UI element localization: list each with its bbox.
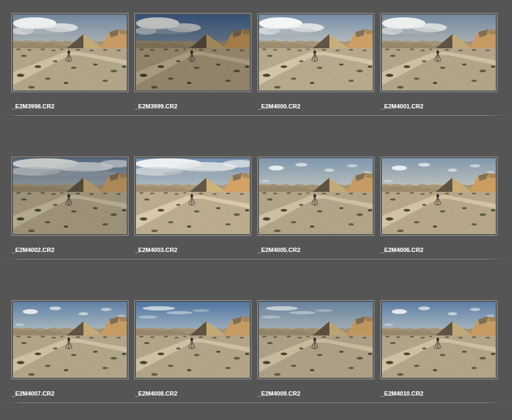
thumbnail-photo xyxy=(13,302,127,378)
landscape-scene xyxy=(13,15,127,91)
thumbnail-frame[interactable] xyxy=(11,157,128,236)
thumbnail-frame[interactable] xyxy=(257,13,374,92)
thumbnail-frame[interactable] xyxy=(380,13,497,92)
thumbnail-frame[interactable] xyxy=(257,157,374,236)
filename-label[interactable]: _E2M4005.CR2 xyxy=(258,247,374,254)
thumbnail-photo xyxy=(259,15,373,91)
landscape-scene xyxy=(259,15,373,91)
photo-thumbnail[interactable]: _E2M4005.CR2 xyxy=(257,157,374,254)
pyramid-hill xyxy=(435,321,473,336)
pyramid-hill xyxy=(435,34,473,49)
filename-label[interactable]: _E2M4006.CR2 xyxy=(381,247,497,254)
landscape-scene xyxy=(382,158,496,234)
pyramid-hill xyxy=(189,178,227,192)
pyramid-hill xyxy=(66,321,104,336)
pyramid-hill xyxy=(312,178,350,192)
photo-thumbnail[interactable]: _E2M4008.CR2 xyxy=(134,300,251,397)
pyramid-hill xyxy=(189,321,227,336)
pyramid-hill xyxy=(312,321,350,336)
photo-thumbnail[interactable]: _E2M4006.CR2 xyxy=(380,157,497,254)
landscape-scene xyxy=(382,302,496,378)
thumbnail-grid: _E2M3998.CR2 xyxy=(0,0,512,403)
photo-thumbnail[interactable]: _E2M3998.CR2 xyxy=(11,13,128,110)
pyramid-hill xyxy=(435,178,473,192)
thumbnail-photo xyxy=(259,302,373,378)
photo-thumbnail[interactable]: _E2M4000.CR2 xyxy=(257,13,374,110)
thumbnail-photo xyxy=(382,302,496,378)
filename-label[interactable]: _E2M4007.CR2 xyxy=(12,390,128,397)
pyramid-hill xyxy=(189,34,227,49)
thumbnail-row-cards: _E2M4002.CR2 xyxy=(11,157,512,254)
landscape-scene xyxy=(259,158,373,234)
landscape-scene xyxy=(13,302,127,378)
row-divider xyxy=(7,115,505,116)
thumbnail-frame[interactable] xyxy=(134,157,251,236)
filename-label[interactable]: _E2M4003.CR2 xyxy=(135,247,251,254)
row-divider xyxy=(7,259,505,260)
thumbnail-photo xyxy=(136,302,250,378)
landscape-scene xyxy=(259,302,373,378)
thumbnail-photo xyxy=(13,158,127,234)
thumbnail-photo xyxy=(136,15,250,91)
filename-label[interactable]: _E2M4002.CR2 xyxy=(12,247,128,254)
photo-thumbnail[interactable]: _E2M4002.CR2 xyxy=(11,157,128,254)
filename-label[interactable]: _E2M3999.CR2 xyxy=(135,103,251,110)
photo-thumbnail[interactable]: _E2M4001.CR2 xyxy=(380,13,497,110)
thumbnail-photo xyxy=(382,158,496,234)
thumbnail-frame[interactable] xyxy=(134,300,251,379)
thumbnail-photo xyxy=(259,158,373,234)
thumbnail-photo xyxy=(382,15,496,91)
pyramid-hill xyxy=(312,34,350,49)
thumbnail-frame[interactable] xyxy=(11,13,128,92)
filename-label[interactable]: _E2M4001.CR2 xyxy=(381,103,497,110)
thumbnail-frame[interactable] xyxy=(11,300,128,379)
photo-thumbnail[interactable]: _E2M4003.CR2 xyxy=(134,157,251,254)
filename-label[interactable]: _E2M3998.CR2 xyxy=(12,103,128,110)
thumbnail-row-cards: _E2M3998.CR2 xyxy=(11,13,512,110)
thumbnail-photo xyxy=(136,158,250,234)
landscape-scene xyxy=(382,15,496,91)
landscape-scene xyxy=(136,15,250,91)
landscape-scene xyxy=(136,158,250,234)
filename-label[interactable]: _E2M4009.CR2 xyxy=(258,390,374,397)
filename-label[interactable]: _E2M4008.CR2 xyxy=(135,390,251,397)
photo-thumbnail[interactable]: _E2M4009.CR2 xyxy=(257,300,374,397)
thumbnail-frame[interactable] xyxy=(380,157,497,236)
thumbnail-row: _E2M3998.CR2 xyxy=(11,13,512,116)
pyramid-hill xyxy=(66,34,104,49)
thumbnail-row-cards: _E2M4007.CR2 xyxy=(11,300,512,397)
thumbnail-frame[interactable] xyxy=(257,300,374,379)
landscape-scene xyxy=(136,302,250,378)
thumbnail-frame[interactable] xyxy=(380,300,497,379)
filename-label[interactable]: _E2M4000.CR2 xyxy=(258,103,374,110)
landscape-scene xyxy=(13,158,127,234)
thumbnail-frame[interactable] xyxy=(134,13,251,92)
thumbnail-photo xyxy=(13,15,127,91)
filename-label[interactable]: _E2M4010.CR2 xyxy=(381,390,497,397)
pyramid-hill xyxy=(66,178,104,192)
thumbnail-row: _E2M4007.CR2 xyxy=(11,300,512,403)
thumbnail-row: _E2M4002.CR2 xyxy=(11,157,512,260)
photo-thumbnail[interactable]: _E2M3999.CR2 xyxy=(134,13,251,110)
photo-thumbnail[interactable]: _E2M4010.CR2 xyxy=(380,300,497,397)
photo-thumbnail[interactable]: _E2M4007.CR2 xyxy=(11,300,128,397)
row-divider xyxy=(7,403,505,403)
